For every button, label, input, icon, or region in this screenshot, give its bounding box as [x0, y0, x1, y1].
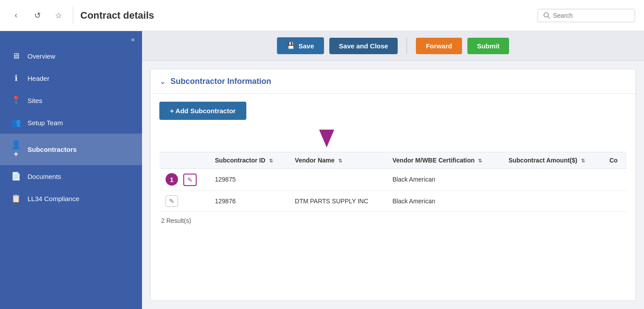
row2-sub-id: 129876: [209, 190, 288, 211]
sort-icon-vendor-name[interactable]: ⇅: [338, 158, 342, 164]
save-label: Save: [299, 42, 314, 50]
toolbar: 💾 Save Save and Close Forward Submit: [142, 31, 644, 61]
header-icon: ℹ: [11, 73, 21, 83]
sidebar-item-documents-label: Documents: [28, 173, 61, 180]
sidebar-item-ll34-label: LL34 Compliance: [28, 195, 79, 202]
edit-button-row2[interactable]: ✎: [166, 195, 178, 207]
page-title: Contract details: [80, 10, 537, 21]
sidebar-item-setup-team-label: Setup Team: [28, 119, 63, 127]
topbar: ‹ ↺ ☆ Contract details: [0, 0, 644, 31]
col-vendor-name: Vendor Name ⇅: [288, 152, 386, 169]
sidebar-item-sites[interactable]: 📍 Sites: [0, 89, 142, 111]
row2-co: [603, 190, 627, 211]
setup-team-icon: 👥: [11, 118, 21, 127]
submit-label: Submit: [477, 42, 500, 50]
forward-label: Forward: [426, 42, 452, 50]
row2-sub-amount: [502, 190, 603, 211]
search-box[interactable]: [537, 9, 635, 22]
row1-actions: 1 ✎: [159, 169, 209, 191]
main-layout: « 🖥 Overview ℹ Header 📍 Sites 👥 Setup Te…: [0, 31, 644, 309]
sort-icon-vendor-cert[interactable]: ⇅: [478, 158, 482, 164]
sidebar: « 🖥 Overview ℹ Header 📍 Sites 👥 Setup Te…: [0, 31, 142, 309]
chevron-down-icon: ⌄: [159, 76, 166, 86]
save-and-close-label: Save and Close: [339, 42, 388, 50]
sidebar-collapse-area: «: [0, 31, 142, 45]
sidebar-item-documents[interactable]: 📄 Documents: [0, 165, 142, 187]
arrow-down-container: [319, 128, 334, 147]
svg-line-1: [548, 16, 550, 18]
edit-icon-row2: ✎: [169, 198, 174, 205]
table-row: ✎ 129876 DTM PARTS SUPPLY INC Black Amer…: [159, 190, 627, 211]
col-sub-id: Subcontractor ID ⇅: [209, 152, 288, 169]
content-area: 💾 Save Save and Close Forward Submit ⌄ S…: [142, 31, 644, 309]
sidebar-item-subcontractors-label: Subcontractors: [28, 146, 77, 153]
sort-icon-sub-amount[interactable]: ⇅: [581, 158, 585, 164]
section-header: ⌄ Subcontractor Information: [150, 69, 636, 94]
sidebar-item-setup-team[interactable]: 👥 Setup Team: [0, 111, 142, 134]
row1-vendor-name: [288, 169, 386, 191]
row2-vendor-cert: Black American: [386, 190, 502, 211]
save-button[interactable]: 💾 Save: [277, 37, 324, 54]
documents-icon: 📄: [11, 171, 21, 181]
col-vendor-cert: Vendor M/WBE Certification ⇅: [386, 152, 502, 169]
collapse-icon: «: [131, 36, 135, 43]
col-actions: [159, 152, 209, 169]
row2-vendor-name: DTM PARTS SUPPLY INC: [288, 190, 386, 211]
row1-vendor-cert: Black American: [386, 169, 502, 191]
sidebar-item-subcontractors[interactable]: 👤+ Subcontractors: [0, 134, 142, 165]
history-icon: ↺: [34, 11, 41, 20]
subcontractors-icon: 👤+: [11, 140, 21, 159]
submit-button[interactable]: Submit: [467, 38, 510, 54]
topbar-divider: [73, 7, 73, 24]
sites-icon: 📍: [11, 95, 21, 105]
sidebar-item-header-label: Header: [28, 75, 49, 82]
sidebar-item-overview-label: Overview: [28, 52, 55, 60]
save-disk-icon: 💾: [287, 42, 295, 50]
col-sub-amount: Subcontract Amount($) ⇅: [502, 152, 603, 169]
table-header-row: Subcontractor ID ⇅ Vendor Name ⇅ Vendor …: [159, 152, 627, 169]
row1-co: [603, 169, 627, 191]
sidebar-collapse-button[interactable]: «: [131, 36, 135, 44]
favorite-button[interactable]: ☆: [51, 8, 66, 23]
sidebar-item-sites-label: Sites: [28, 97, 42, 104]
col-co: Co: [603, 152, 627, 169]
results-count: 2 Result(s): [159, 217, 627, 224]
sidebar-item-header[interactable]: ℹ Header: [0, 67, 142, 89]
back-button[interactable]: ‹: [9, 8, 23, 23]
nav-buttons: ‹ ↺ ☆: [9, 8, 66, 23]
save-and-close-button[interactable]: Save and Close: [329, 38, 398, 54]
forward-button[interactable]: Forward: [416, 38, 462, 54]
section-title: Subcontractor Information: [170, 77, 271, 86]
subcontractor-table: Subcontractor ID ⇅ Vendor Name ⇅ Vendor …: [159, 152, 627, 212]
section-body: + Add Subcontractor Subcontractor ID: [150, 94, 636, 232]
sort-icon-sub-id[interactable]: ⇅: [269, 158, 273, 164]
row1-sub-id: 129875: [209, 169, 288, 191]
table-row: 1 ✎ 129875 Black American: [159, 169, 627, 191]
search-input[interactable]: [553, 12, 629, 19]
arrow-annotation: [159, 128, 627, 152]
sidebar-item-ll34-compliance[interactable]: 📋 LL34 Compliance: [0, 187, 142, 210]
edit-button-row1[interactable]: ✎: [183, 174, 197, 186]
ll34-icon: 📋: [11, 194, 21, 203]
row2-actions: ✎: [159, 190, 209, 211]
arrow-down-shape: [319, 130, 334, 147]
history-button[interactable]: ↺: [30, 8, 44, 23]
search-icon: [543, 12, 550, 19]
subcontractor-section: ⌄ Subcontractor Information + Add Subcon…: [150, 69, 636, 301]
add-subcontractor-button[interactable]: + Add Subcontractor: [159, 102, 246, 120]
add-subcontractor-label: + Add Subcontractor: [170, 107, 236, 115]
toolbar-divider: [407, 38, 407, 54]
row-badge-1: 1: [166, 173, 178, 186]
row1-sub-amount: [502, 169, 603, 191]
edit-icon-row1: ✎: [187, 176, 193, 183]
toolbar-buttons: 💾 Save Save and Close Forward Submit: [277, 37, 510, 54]
back-icon: ‹: [15, 11, 17, 20]
star-icon: ☆: [55, 11, 62, 20]
sidebar-item-overview[interactable]: 🖥 Overview: [0, 45, 142, 67]
overview-icon: 🖥: [11, 52, 21, 61]
